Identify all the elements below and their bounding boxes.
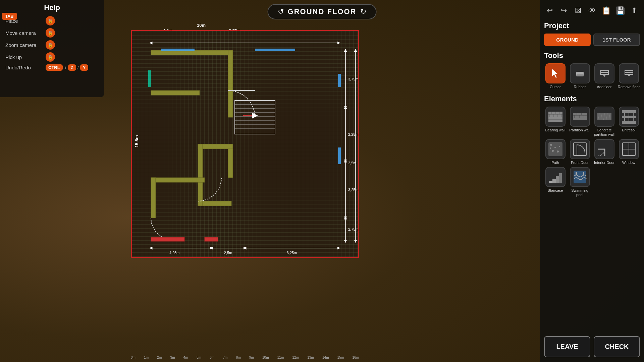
svg-rect-36: [622, 121, 636, 124]
svg-text:3,75m: 3,75m: [348, 77, 359, 81]
svg-rect-85: [151, 237, 184, 241]
svg-point-45: [550, 147, 551, 149]
svg-text:+: +: [603, 73, 605, 78]
element-swimming-pool[interactable]: Swimming pool: [569, 167, 591, 197]
svg-point-49: [559, 146, 560, 147]
refresh-right-icon[interactable]: ↻: [360, 7, 366, 16]
first-floor-button[interactable]: 1ST FLOOR: [593, 34, 640, 46]
swimming-pool-label: Swimming pool: [569, 188, 591, 197]
svg-rect-86: [205, 237, 218, 241]
tool-cursor[interactable]: Cursor: [544, 63, 567, 89]
redo-icon[interactable]: ↪: [558, 5, 570, 17]
help-label-move: Move camera: [5, 30, 42, 36]
upload-icon[interactable]: ⬆: [629, 5, 640, 17]
svg-point-44: [550, 144, 552, 146]
rubber-icon-box: [570, 63, 590, 83]
bottom-buttons: LEAVE CHECK: [544, 336, 640, 357]
tools-title: Tools: [544, 51, 640, 60]
front-door-icon: [570, 139, 590, 159]
remove-floor-icon-box: −: [619, 63, 639, 83]
save-icon[interactable]: 💾: [614, 5, 626, 17]
svg-point-47: [554, 147, 556, 148]
floor-title: GROUND FLOOR: [288, 7, 357, 16]
svg-rect-2: [576, 74, 584, 76]
key-plus: +: [64, 65, 67, 70]
svg-rect-78: [198, 144, 233, 149]
tab-button[interactable]: TAB: [2, 13, 17, 20]
svg-point-48: [557, 150, 559, 153]
svg-rect-117: [338, 74, 341, 87]
dice-icon[interactable]: ⚄: [572, 5, 584, 17]
help-row-pickup: Pick up 🔒: [5, 52, 99, 62]
refresh-left-icon[interactable]: ↺: [278, 7, 284, 16]
element-front-door[interactable]: Front Door: [569, 139, 591, 165]
element-window[interactable]: Window: [618, 139, 640, 165]
svg-rect-4: [600, 70, 608, 72]
svg-rect-57: [549, 181, 552, 183]
svg-rect-80: [151, 178, 205, 182]
svg-text:3,25m: 3,25m: [287, 251, 297, 255]
key-slash: /: [77, 65, 79, 70]
svg-text:4,25m: 4,25m: [169, 251, 180, 255]
help-row-undo: Undo/Redo CTRL + Z / Y: [5, 64, 99, 71]
dim-top-total: 10m: [197, 23, 206, 28]
tools-grid: Cursor Rubber + Add floor: [544, 63, 640, 89]
element-bearing-wall[interactable]: Bearing wall: [544, 107, 567, 137]
svg-rect-82: [198, 201, 231, 206]
help-title: Help: [5, 3, 99, 12]
key-z: Z: [68, 64, 76, 71]
help-label-zoom: Zoom camera: [5, 42, 42, 48]
eye-icon[interactable]: 👁: [586, 5, 598, 17]
remove-floor-label: Remove floor: [618, 85, 640, 89]
svg-rect-74: [228, 50, 233, 117]
right-panel: ↩ ↪ ⚄ 👁 📋 💾 ⬆ Project GROUND 1ST FLOOR T…: [540, 0, 644, 362]
svg-rect-34: [622, 110, 636, 113]
svg-marker-0: [552, 69, 558, 78]
key-combo-undo: CTRL + Z / Y: [46, 64, 88, 71]
help-key-move: 🔒: [46, 28, 55, 38]
element-concrete-partition[interactable]: Concrete partition wall: [593, 107, 615, 137]
svg-rect-62: [576, 172, 577, 175]
check-button[interactable]: CHECK: [594, 336, 640, 357]
swimming-pool-icon: [570, 167, 590, 187]
ground-floor-button[interactable]: GROUND: [544, 34, 591, 46]
svg-rect-35: [622, 116, 636, 118]
element-entresol[interactable]: Entresol: [618, 107, 640, 137]
tool-rubber[interactable]: Rubber: [569, 63, 591, 89]
svg-rect-115: [161, 49, 195, 51]
top-title-bar: ↺ GROUND FLOOR ↻: [268, 4, 377, 19]
element-path[interactable]: Path: [544, 139, 567, 165]
leave-button[interactable]: LEAVE: [544, 336, 590, 357]
svg-text:3,25m: 3,25m: [348, 188, 359, 192]
svg-rect-76: [151, 90, 200, 95]
svg-rect-81: [151, 178, 156, 218]
element-staircase[interactable]: Staircase: [544, 167, 567, 197]
bearing-wall-label: Bearing wall: [545, 128, 566, 132]
bearing-wall-icon: [545, 107, 566, 127]
concrete-partition-icon: [594, 107, 614, 127]
svg-rect-77: [228, 144, 233, 178]
undo-icon[interactable]: ↩: [544, 5, 555, 17]
path-icon: [545, 139, 566, 159]
svg-text:15,5m: 15,5m: [134, 135, 139, 147]
tool-add-floor[interactable]: + Add floor: [593, 63, 615, 89]
svg-point-46: [552, 150, 554, 152]
interior-door-label: Interior Door: [594, 161, 614, 165]
svg-text:2,25m: 2,25m: [348, 132, 359, 136]
clipboard-icon[interactable]: 📋: [600, 5, 612, 17]
help-label-pickup: Pick up: [5, 54, 42, 60]
add-floor-icon-box: +: [594, 63, 614, 83]
svg-rect-83: [198, 182, 203, 206]
svg-rect-9: [548, 112, 562, 122]
cursor-label: Cursor: [550, 85, 561, 89]
help-key-place: 🔒: [46, 16, 55, 25]
svg-rect-116: [255, 49, 295, 51]
interior-door-icon: [594, 139, 614, 159]
tool-remove-floor[interactable]: − Remove floor: [618, 63, 640, 89]
element-interior-door[interactable]: Interior Door: [593, 139, 615, 165]
element-partition-wall[interactable]: Partition wall: [569, 107, 591, 137]
svg-text:2,5m: 2,5m: [224, 251, 232, 255]
help-row-place: Place 🔒: [5, 16, 99, 25]
canvas-area[interactable]: 10m 4,5m 5,75m: [104, 20, 540, 362]
svg-rect-58: [552, 179, 556, 183]
